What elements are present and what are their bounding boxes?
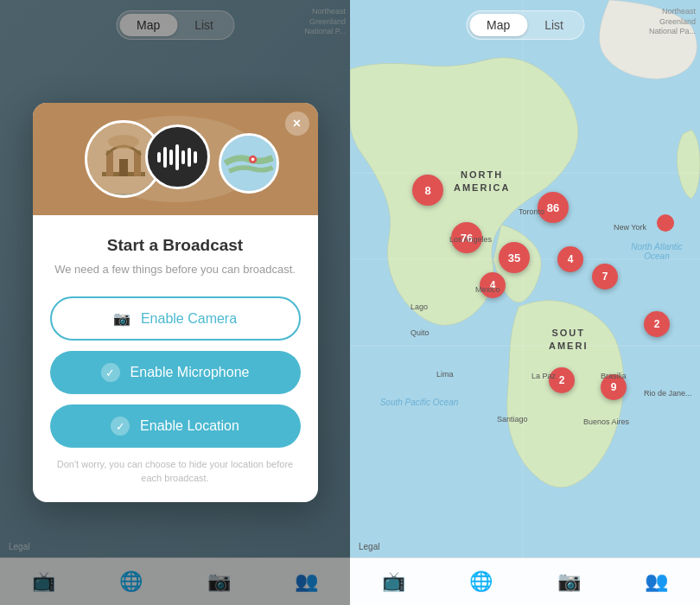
right-top-nav: Map List bbox=[466, 10, 584, 40]
right-map-btn[interactable]: Map bbox=[469, 14, 527, 36]
right-map-list-toggle: Map List bbox=[466, 10, 584, 40]
svg-point-5 bbox=[108, 135, 139, 149]
right-tab-bar: 📺 🌐 📷 👥 bbox=[350, 557, 700, 605]
marker-4a[interactable]: 4 bbox=[557, 246, 583, 272]
wave-bar-7 bbox=[194, 151, 197, 163]
modal-close-btn[interactable]: × bbox=[285, 111, 309, 136]
broadcast-modal: × Start a Broadcast We need a few things… bbox=[33, 103, 318, 502]
enable-location-label: Enable Location bbox=[140, 418, 239, 434]
location-check-icon: ✓ bbox=[111, 417, 130, 436]
map-svg bbox=[350, 0, 700, 605]
waveform bbox=[157, 144, 197, 170]
wave-bar-6 bbox=[188, 148, 191, 167]
right-list-btn[interactable]: List bbox=[527, 14, 581, 36]
enable-microphone-label: Enable Microphone bbox=[130, 365, 250, 380]
marker-dot[interactable] bbox=[657, 214, 674, 232]
wave-bar-1 bbox=[157, 152, 161, 162]
modal-title: Start a Broadcast bbox=[50, 236, 301, 255]
right-tv-icon: 📺 bbox=[382, 570, 405, 593]
enable-camera-label: Enable Camera bbox=[141, 311, 237, 327]
camera-icon: 📷 bbox=[113, 310, 130, 327]
marker-4b[interactable]: 4 bbox=[480, 272, 506, 298]
wave-bar-3 bbox=[169, 150, 173, 165]
enable-microphone-btn[interactable]: ✓ Enable Microphone bbox=[50, 351, 301, 394]
svg-point-8 bbox=[251, 158, 254, 162]
marker-2a[interactable]: 2 bbox=[644, 311, 670, 337]
wave-bar-4 bbox=[175, 144, 179, 170]
right-greenland-label: NortheastGreenlandNational Pa... bbox=[649, 7, 696, 37]
mic-check-icon: ✓ bbox=[101, 363, 120, 382]
right-camera-icon: 📷 bbox=[557, 570, 581, 593]
right-panel: NortheastGreenlandNational Pa... NORTHAM… bbox=[350, 0, 700, 605]
marker-35[interactable]: 35 bbox=[499, 242, 530, 273]
wave-bar-2 bbox=[163, 147, 167, 168]
modal-circle-waveform bbox=[145, 124, 210, 189]
wave-bar-5 bbox=[181, 150, 185, 164]
map-mini-svg bbox=[221, 136, 277, 191]
enable-location-btn[interactable]: ✓ Enable Location bbox=[50, 404, 301, 448]
right-map-bg bbox=[350, 0, 700, 605]
right-legal: Legal bbox=[359, 542, 379, 551]
right-globe-icon: 🌐 bbox=[469, 570, 493, 593]
right-people-tab[interactable]: 👥 bbox=[634, 565, 678, 598]
right-globe-tab[interactable]: 🌐 bbox=[459, 565, 503, 598]
marker-8[interactable]: 8 bbox=[412, 175, 443, 206]
enable-camera-btn[interactable]: 📷 Enable Camera bbox=[50, 296, 301, 341]
marker-7[interactable]: 7 bbox=[592, 264, 618, 290]
svg-rect-4 bbox=[119, 159, 128, 176]
marker-76[interactable]: 76 bbox=[451, 222, 482, 253]
modal-overlay: × Start a Broadcast We need a few things… bbox=[0, 0, 350, 605]
right-camera-tab[interactable]: 📷 bbox=[547, 565, 591, 598]
modal-subtitle: We need a few things before you can broa… bbox=[50, 262, 301, 277]
right-people-icon: 👥 bbox=[645, 570, 668, 593]
marker-2b[interactable]: 2 bbox=[549, 367, 575, 393]
modal-footer-note: Don't worry, you can choose to hide your… bbox=[50, 458, 301, 485]
marker-9[interactable]: 9 bbox=[601, 374, 627, 400]
right-tv-tab[interactable]: 📺 bbox=[372, 565, 416, 598]
modal-header-image: × bbox=[33, 103, 318, 215]
modal-body: Start a Broadcast We need a few things b… bbox=[33, 215, 318, 502]
left-panel: NortheastGreenlandNational P... Map List… bbox=[0, 0, 350, 605]
marker-86[interactable]: 86 bbox=[538, 192, 569, 223]
modal-circle-map bbox=[219, 133, 279, 194]
